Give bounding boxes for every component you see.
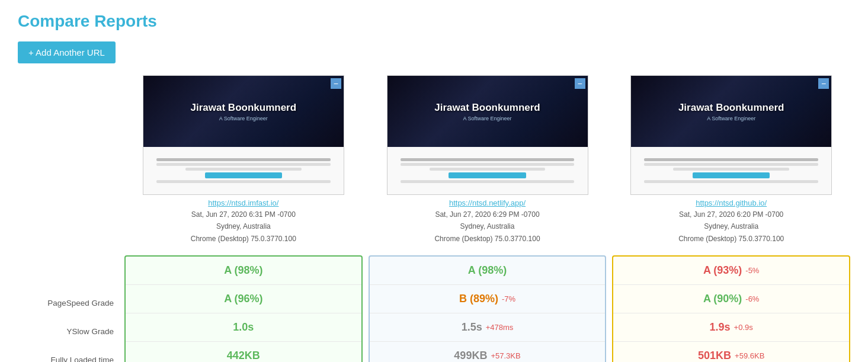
content-line — [156, 158, 330, 161]
page-title: Compare Reports — [18, 12, 850, 31]
compare-layout: PageSpeed Grade YSlow Grade Fully Loaded… — [18, 75, 850, 362]
site-col-2: − Jirawat Boonkumnerd A Software Enginee… — [369, 75, 607, 362]
site-url-2[interactable]: https://ntsd.netlify.app/ — [449, 198, 526, 207]
screenshot-name-2: Jirawat Boonkumnerd — [434, 102, 540, 114]
content-line — [644, 163, 818, 166]
content-line — [673, 168, 789, 171]
content-line — [693, 172, 770, 178]
remove-site-2-button[interactable]: − — [575, 78, 585, 89]
screenshot-content-1 — [143, 147, 344, 194]
metric-yslow-1: A (96%) — [126, 285, 361, 313]
content-line — [430, 168, 546, 171]
label-loaded-time: Fully Loaded time — [18, 345, 124, 362]
metrics-box-3: A (93%) -5% A (90%) -6% 1.9s +0.9s 501KB… — [612, 255, 850, 362]
site-meta-2: Sat, Jun 27, 2020 6:29 PM -0700 Sydney, … — [434, 209, 540, 245]
screenshot-inner-2: Jirawat Boonkumnerd A Software Engineer — [387, 76, 588, 194]
remove-site-3-button[interactable]: − — [818, 78, 829, 89]
metric-yslow-2: B (89%) -7% — [370, 285, 606, 313]
metric-loaded-time-2: 1.5s +478ms — [370, 313, 606, 342]
site-header-1: − Jirawat Boonkumnerd A Software Enginee… — [124, 75, 363, 245]
screenshot-name-3: Jirawat Boonkumnerd — [678, 102, 784, 114]
content-line — [156, 163, 330, 166]
metric-loaded-time-3: 1.9s +0.9s — [613, 313, 849, 342]
content-line — [401, 180, 574, 183]
screenshot-content-2 — [387, 147, 588, 194]
metric-page-size-3: 501KB +59.6KB — [613, 342, 849, 362]
metric-pagespeed-1: A (98%) — [126, 257, 361, 285]
metric-loaded-time-1: 1.0s — [126, 313, 361, 342]
screenshot-1: − Jirawat Boonkumnerd A Software Enginee… — [143, 75, 344, 195]
metric-pagespeed-2: A (98%) — [370, 257, 606, 285]
metric-page-size-2: 499KB +57.3KB — [370, 342, 606, 362]
screenshot-bg-1: Jirawat Boonkumnerd A Software Engineer — [143, 76, 344, 147]
site-header-3: − Jirawat Boonkumnerd A Software Enginee… — [612, 75, 850, 245]
screenshot-subtitle-1: A Software Engineer — [219, 116, 268, 121]
screenshot-bg-2: Jirawat Boonkumnerd A Software Engineer — [387, 76, 588, 147]
remove-site-1-button[interactable]: − — [331, 78, 341, 89]
metric-yslow-3: A (90%) -6% — [613, 285, 849, 313]
label-yslow: YSlow Grade — [18, 317, 124, 345]
screenshot-3: − Jirawat Boonkumnerd A Software Enginee… — [630, 75, 832, 195]
metrics-box-2: A (98%) B (89%) -7% 1.5s +478ms 499KB +5… — [369, 255, 607, 362]
site-col-1: − Jirawat Boonkumnerd A Software Enginee… — [124, 75, 363, 362]
site-col-3: − Jirawat Boonkumnerd A Software Enginee… — [612, 75, 850, 362]
site-meta-3: Sat, Jun 27, 2020 6:20 PM -0700 Sydney, … — [678, 209, 784, 245]
add-url-button[interactable]: + Add Another URL — [18, 41, 116, 63]
screenshot-name-1: Jirawat Boonkumnerd — [191, 102, 297, 114]
screenshot-content-3 — [631, 147, 831, 194]
screenshot-bg-3: Jirawat Boonkumnerd A Software Engineer — [631, 76, 831, 147]
content-line — [156, 180, 330, 183]
content-line — [401, 158, 574, 161]
content-line — [644, 180, 818, 183]
metric-page-size-1: 442KB — [126, 342, 361, 362]
sites-area: − Jirawat Boonkumnerd A Software Enginee… — [124, 75, 850, 362]
content-line — [205, 172, 282, 178]
metrics-box-1: A (98%) A (96%) 1.0s 442KB 14 — [124, 255, 363, 362]
screenshot-subtitle-2: A Software Engineer — [463, 116, 511, 121]
label-column: PageSpeed Grade YSlow Grade Fully Loaded… — [18, 75, 124, 362]
screenshot-inner-3: Jirawat Boonkumnerd A Software Engineer — [631, 76, 831, 194]
screenshot-subtitle-3: A Software Engineer — [707, 116, 755, 121]
label-pagespeed: PageSpeed Grade — [18, 289, 124, 317]
site-url-1[interactable]: https://ntsd.imfast.io/ — [208, 198, 278, 207]
site-header-2: − Jirawat Boonkumnerd A Software Enginee… — [369, 75, 607, 245]
screenshot-inner-1: Jirawat Boonkumnerd A Software Engineer — [143, 76, 344, 194]
metric-pagespeed-3: A (93%) -5% — [613, 257, 849, 285]
site-meta-1: Sat, Jun 27, 2020 6:31 PM -0700 Sydney, … — [191, 209, 296, 245]
screenshot-2: − Jirawat Boonkumnerd A Software Enginee… — [387, 75, 588, 195]
content-line — [644, 158, 818, 161]
content-line — [449, 172, 526, 178]
content-line — [401, 163, 574, 166]
content-line — [185, 168, 302, 171]
site-url-3[interactable]: https://ntsd.github.io/ — [696, 198, 767, 207]
